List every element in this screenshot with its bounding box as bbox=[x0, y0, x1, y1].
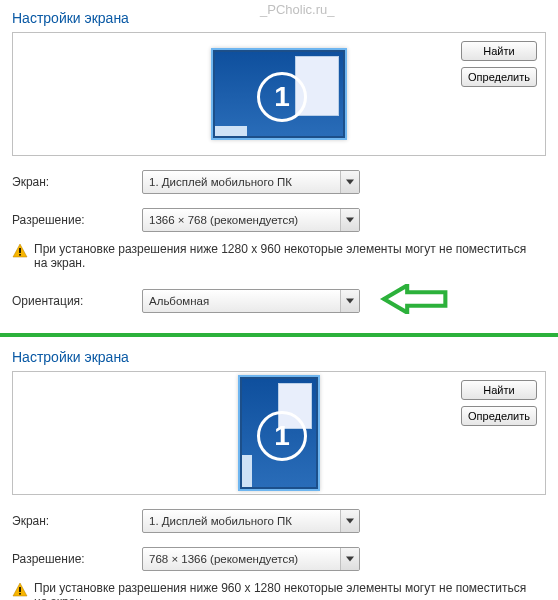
chevron-down-icon bbox=[340, 171, 359, 193]
chevron-down-icon bbox=[340, 548, 359, 570]
arrow-left-icon bbox=[374, 284, 454, 317]
identify-button[interactable]: Определить bbox=[461, 406, 537, 426]
screen-select-value: 1. Дисплей мобильного ПК bbox=[149, 176, 292, 188]
identify-button[interactable]: Определить bbox=[461, 67, 537, 87]
chevron-down-icon bbox=[340, 510, 359, 532]
display-settings-panel: Настройки экрана Найти Определить 1 Экра… bbox=[0, 339, 558, 600]
resolution-label: Разрешение: bbox=[12, 213, 142, 227]
resolution-select-value: 768 × 1366 (рекомендуется) bbox=[149, 553, 298, 565]
warning-icon bbox=[12, 243, 28, 259]
screen-select[interactable]: 1. Дисплей мобильного ПК bbox=[142, 509, 360, 533]
monitor-thumbnail[interactable]: 1 bbox=[211, 48, 347, 140]
resolution-select[interactable]: 768 × 1366 (рекомендуется) bbox=[142, 547, 360, 571]
resolution-warning-text: При установке разрешения ниже 960 x 1280… bbox=[34, 581, 542, 600]
screen-select[interactable]: 1. Дисплей мобильного ПК bbox=[142, 170, 360, 194]
monitor-thumbnail[interactable]: 1 bbox=[238, 375, 320, 491]
screen-label: Экран: bbox=[12, 175, 142, 189]
warning-icon bbox=[12, 582, 28, 598]
monitor-number-badge: 1 bbox=[257, 411, 307, 461]
monitor-preview-area: Найти Определить 1 bbox=[12, 371, 546, 495]
resolution-warning-text: При установке разрешения ниже 1280 x 960… bbox=[34, 242, 542, 270]
screen-label: Экран: bbox=[12, 514, 142, 528]
display-settings-panel: _PCholic.ru_ Настройки экрана Найти Опре… bbox=[0, 0, 558, 325]
find-button[interactable]: Найти bbox=[461, 380, 537, 400]
chevron-down-icon bbox=[340, 209, 359, 231]
monitor-preview-area: Найти Определить 1 bbox=[12, 32, 546, 156]
panel-title: Настройки экрана bbox=[12, 349, 546, 365]
separator bbox=[0, 333, 558, 337]
chevron-down-icon bbox=[340, 290, 359, 312]
orientation-select-value: Альбомная bbox=[149, 295, 209, 307]
orientation-label: Ориентация: bbox=[12, 294, 142, 308]
monitor-number-badge: 1 bbox=[257, 72, 307, 122]
resolution-select[interactable]: 1366 × 768 (рекомендуется) bbox=[142, 208, 360, 232]
resolution-select-value: 1366 × 768 (рекомендуется) bbox=[149, 214, 298, 226]
screen-select-value: 1. Дисплей мобильного ПК bbox=[149, 515, 292, 527]
resolution-label: Разрешение: bbox=[12, 552, 142, 566]
find-button[interactable]: Найти bbox=[461, 41, 537, 61]
orientation-select[interactable]: Альбомная bbox=[142, 289, 360, 313]
watermark-text: _PCholic.ru_ bbox=[260, 2, 334, 17]
